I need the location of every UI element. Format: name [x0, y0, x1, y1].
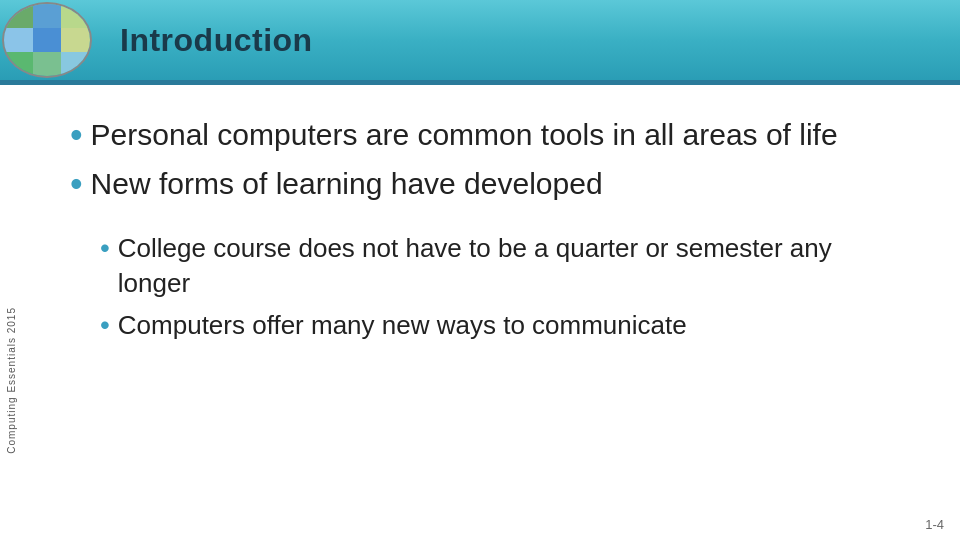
- bullet-item-2: • New forms of learning have developed: [70, 164, 900, 205]
- slide-title: Introduction: [120, 22, 313, 59]
- slide-content: • Personal computers are common tools in…: [0, 85, 960, 525]
- sub-bullet-text-2: Computers offer many new ways to communi…: [118, 308, 900, 343]
- bullet-text-2: New forms of learning have developed: [91, 164, 900, 203]
- bullet-dot-2: •: [70, 162, 83, 205]
- sub-bullet-item-2: • Computers offer many new ways to commu…: [70, 308, 900, 343]
- slide-header: Introduction: [0, 0, 960, 80]
- page-number: 1-4: [925, 517, 944, 532]
- sub-bullet-item-1: • College course does not have to be a q…: [70, 231, 900, 301]
- sidebar-label-text: Computing Essentials 2015: [6, 307, 17, 454]
- sub-bullet-text-1: College course does not have to be a qua…: [118, 231, 900, 301]
- bullet-text-1: Personal computers are common tools in a…: [91, 115, 900, 154]
- globe-icon: [0, 0, 100, 80]
- bullet-dot-1: •: [70, 113, 83, 156]
- header-accent-line: [0, 80, 960, 85]
- sub-bullet-dot-1: •: [100, 230, 110, 266]
- sidebar-label: Computing Essentials 2015: [0, 300, 22, 460]
- bullet-item-1: • Personal computers are common tools in…: [70, 115, 900, 156]
- sub-bullet-dot-2: •: [100, 307, 110, 343]
